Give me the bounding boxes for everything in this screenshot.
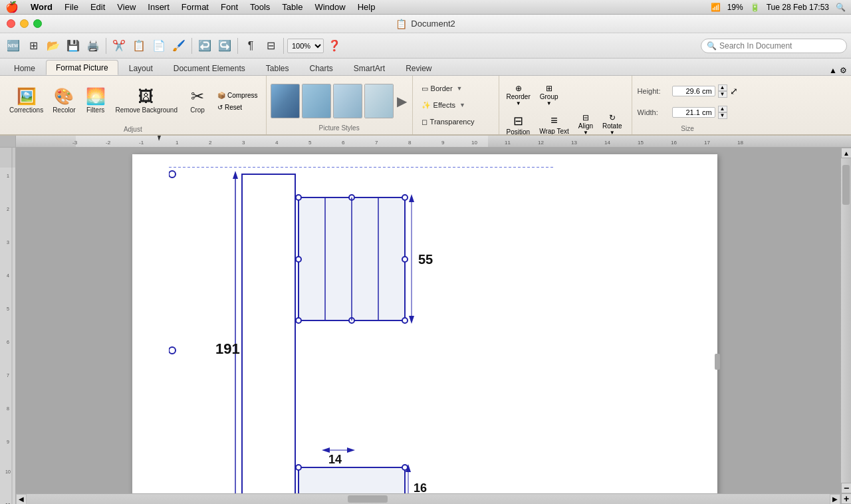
crop-button[interactable]: ✂ Crop xyxy=(183,82,212,122)
view-button[interactable]: ⊟ xyxy=(261,37,280,55)
reset-button[interactable]: ↺ Reset xyxy=(215,102,261,112)
print-button[interactable]: 🖨️ xyxy=(84,37,102,55)
copy-button[interactable]: 📋 xyxy=(130,37,148,55)
svg-text:14: 14 xyxy=(328,453,342,466)
save-button[interactable]: 💾 xyxy=(64,37,82,55)
menu-tools[interactable]: Tools xyxy=(245,0,275,15)
menu-file[interactable]: File xyxy=(59,0,84,15)
reset-icon: ↺ xyxy=(217,104,223,111)
menu-help[interactable]: Help xyxy=(352,0,381,15)
menu-format[interactable]: Format xyxy=(176,0,214,15)
menu-edit[interactable]: Edit xyxy=(85,0,110,15)
page-resize-handle[interactable] xyxy=(715,354,720,370)
menu-window[interactable]: Window xyxy=(309,0,350,15)
show-marks[interactable]: ¶ xyxy=(241,37,260,55)
corrections-button[interactable]: 🖼️ Corrections xyxy=(5,82,47,122)
tab-format-picture[interactable]: Format Picture xyxy=(46,60,118,75)
rotate-button[interactable]: ↻ Rotate ▼ xyxy=(599,110,625,136)
menu-view[interactable]: View xyxy=(112,0,141,15)
width-input[interactable] xyxy=(672,107,715,118)
recolor-button[interactable]: 🎨 Recolor xyxy=(49,82,79,122)
menu-table[interactable]: Table xyxy=(277,0,308,15)
filters-button[interactable]: 🌅 Filters xyxy=(81,82,110,122)
templates-button[interactable]: ⊞ xyxy=(24,37,43,55)
border-button[interactable]: ▭ Border ▼ xyxy=(417,82,495,96)
reorder-button[interactable]: ⊕ Reorder ▼ xyxy=(503,81,534,109)
pic-style-4[interactable] xyxy=(364,84,394,118)
undo-button[interactable]: ↩️ xyxy=(195,37,214,55)
height-label: Height: xyxy=(638,87,669,95)
zoom-select[interactable]: 100% 75% 125% xyxy=(287,39,324,53)
svg-text:4: 4 xyxy=(7,273,9,278)
scroll-left-button[interactable]: ◀ xyxy=(16,494,27,505)
battery-status: 19% xyxy=(727,3,743,12)
svg-text:2: 2 xyxy=(209,140,212,146)
new-button[interactable]: 🆕 xyxy=(4,37,23,55)
vertical-scroll-track[interactable] xyxy=(841,158,851,483)
group-button[interactable]: ⊞ Group ▼ xyxy=(537,81,562,109)
apple-menu[interactable]: 🍎 xyxy=(5,1,19,13)
position-button[interactable]: ⊟ Position xyxy=(503,110,534,136)
remove-background-icon: 🖼 xyxy=(138,88,154,104)
horizontal-scroll-track[interactable] xyxy=(27,494,830,504)
remove-background-button[interactable]: 🖼 Remove Background xyxy=(112,82,182,122)
redo-button[interactable]: ↪️ xyxy=(215,37,234,55)
horizontal-scroll-thumb[interactable] xyxy=(348,495,388,503)
width-up-button[interactable]: ▲ xyxy=(718,106,727,112)
tab-tables[interactable]: Tables xyxy=(256,61,299,75)
svg-point-65 xyxy=(296,465,301,470)
tab-smartart[interactable]: SmartArt xyxy=(344,61,395,75)
svg-point-54 xyxy=(296,318,301,323)
minimize-button[interactable] xyxy=(20,19,29,28)
svg-text:9: 9 xyxy=(441,140,445,146)
effects-button[interactable]: ✨ Effects ▼ xyxy=(417,98,495,112)
svg-text:1: 1 xyxy=(176,140,179,146)
height-input[interactable] xyxy=(672,86,715,96)
search-bar[interactable]: 🔍 xyxy=(701,39,847,53)
height-down-button[interactable]: ▼ xyxy=(718,91,727,98)
close-button[interactable] xyxy=(7,19,15,28)
tab-layout[interactable]: Layout xyxy=(119,61,163,75)
zoom-in-icon[interactable]: + xyxy=(841,493,851,504)
help-button[interactable]: ❓ xyxy=(325,37,344,55)
open-button[interactable]: 📂 xyxy=(44,37,62,55)
search-icon[interactable]: 🔍 xyxy=(836,3,846,12)
zoom-out-icon[interactable]: − xyxy=(841,483,851,493)
vertical-scroll-thumb[interactable] xyxy=(842,165,850,205)
tab-home[interactable]: Home xyxy=(4,61,45,75)
rotate-icon: ↻ xyxy=(609,113,616,122)
svg-rect-64 xyxy=(299,467,405,493)
pic-style-1[interactable] xyxy=(271,84,300,118)
tab-document-elements[interactable]: Document Elements xyxy=(164,61,255,75)
wrap-text-button[interactable]: ≡ Wrap Text xyxy=(536,110,572,136)
menu-word[interactable]: Word xyxy=(25,0,58,15)
document-icon: 📋 xyxy=(396,19,407,29)
menu-font[interactable]: Font xyxy=(215,0,243,15)
aspect-lock-icon[interactable]: ⤢ xyxy=(730,86,738,96)
search-input[interactable] xyxy=(719,41,841,51)
cut-button[interactable]: ✂️ xyxy=(110,37,128,55)
recolor-label: Recolor xyxy=(53,106,75,114)
pic-style-2[interactable] xyxy=(302,84,331,118)
scroll-up-button[interactable]: ▲ xyxy=(841,148,851,158)
ribbon-up-arrow[interactable]: ▲ xyxy=(829,66,837,75)
ribbon-settings-icon[interactable]: ⚙ xyxy=(840,66,847,75)
format-painter[interactable]: 🖌️ xyxy=(170,37,188,55)
zoom-button[interactable] xyxy=(33,19,42,28)
reorder-icon: ⊕ xyxy=(515,84,522,93)
more-styles-button[interactable]: ▶ xyxy=(396,93,408,109)
pic-style-3[interactable] xyxy=(333,84,362,118)
compress-button[interactable]: 📦 Compress xyxy=(215,90,261,100)
menu-insert[interactable]: Insert xyxy=(142,0,175,15)
align-button[interactable]: ⊟ Align ▼ xyxy=(575,110,596,136)
svg-text:2: 2 xyxy=(7,207,9,211)
tab-charts[interactable]: Charts xyxy=(299,61,342,75)
transparency-label: Transparency xyxy=(430,118,475,126)
scroll-right-button[interactable]: ▶ xyxy=(830,494,840,505)
paste-button[interactable]: 📄 xyxy=(150,37,168,55)
transparency-button[interactable]: ◻ Transparency xyxy=(417,115,495,129)
height-up-button[interactable]: ▲ xyxy=(718,84,727,91)
svg-text:3: 3 xyxy=(7,240,9,245)
tab-review[interactable]: Review xyxy=(396,61,441,75)
width-down-button[interactable]: ▼ xyxy=(718,112,727,119)
